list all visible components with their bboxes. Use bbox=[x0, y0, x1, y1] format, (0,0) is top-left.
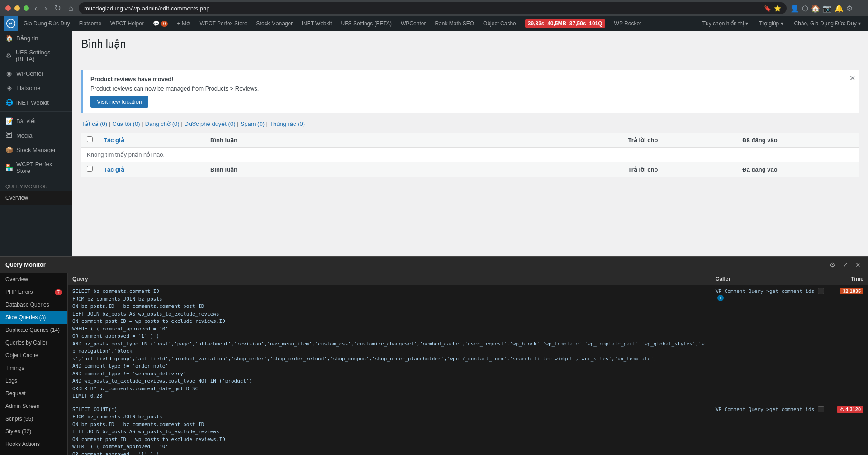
qm-nav-request-label: Request bbox=[5, 390, 26, 397]
adminbar-wpcenter[interactable]: WPCenter bbox=[397, 16, 429, 31]
adminbar-display-options[interactable]: Tùy chọn hiển thị ▾ bbox=[699, 16, 752, 31]
qm-nav-hooks-actions[interactable]: Hooks Actions bbox=[0, 438, 67, 450]
qm-external-btn[interactable]: ⤢ bbox=[841, 260, 850, 269]
select-all-checkbox[interactable] bbox=[87, 136, 93, 142]
adminbar-new[interactable]: + Mới bbox=[173, 16, 194, 31]
qm-section-header: Query Monitor bbox=[0, 182, 72, 191]
menu-separator-2 bbox=[0, 180, 72, 180]
filter-trash-link[interactable]: Thùng rác (0) bbox=[270, 120, 305, 127]
browser-toolbar-icons: 👤⬡🏠📷🔔⚙⋮ bbox=[790, 4, 863, 13]
sort-author-footer-link[interactable]: Tác giả bbox=[104, 166, 124, 173]
filter-mine: Của tôi (0) bbox=[112, 120, 143, 127]
sort-author-link[interactable]: Tác giả bbox=[104, 137, 124, 144]
qm-nav-scripts-label: Scripts (55) bbox=[5, 416, 33, 422]
filter-mine-link[interactable]: Của tôi (0) bbox=[112, 120, 140, 127]
adminbar-stock-manager[interactable]: Stock Manager bbox=[253, 16, 297, 31]
qm-nav-timings[interactable]: Timings bbox=[0, 362, 67, 374]
sidebar-item-flatsome[interactable]: ◈ Flatsome bbox=[0, 81, 72, 95]
qm-nav-request[interactable]: Request bbox=[0, 387, 67, 400]
adminbar-help[interactable]: Trợ giúp ▾ bbox=[755, 16, 787, 31]
sidebar-item-wpct[interactable]: 🏪 WCPT Perfex Store bbox=[0, 157, 72, 178]
main-content: Product reviews have moved! Product revi… bbox=[72, 61, 868, 177]
qm-query-2-expand-btn[interactable]: + bbox=[818, 406, 824, 412]
qm-query-1-time: 32,1835 bbox=[832, 285, 868, 403]
sidebar-item-media[interactable]: 🖼 Media bbox=[0, 128, 72, 143]
filter-all-link[interactable]: Tất cả (0) bbox=[81, 120, 107, 127]
adminbar-inet-webkit[interactable]: iNET Webkit bbox=[298, 16, 335, 31]
qm-query-1-expand-btn[interactable]: + bbox=[818, 288, 824, 294]
browser-close-btn[interactable] bbox=[5, 5, 11, 11]
address-bar[interactable]: muadogiadung.vn/wp-admin/edit-comments.p… bbox=[79, 2, 787, 14]
sidebar-item-ufs[interactable]: ⚙ UFS Settings (BETA) bbox=[0, 45, 72, 66]
qm-nav-timings-label: Timings bbox=[5, 365, 24, 371]
query-monitor-panel: Query Monitor ⚙ ⤢ ✕ Overview PHP Errors … bbox=[0, 256, 868, 455]
qm-query-row-2: SELECT COUNT(*) FROM bz_comments JOIN bz… bbox=[68, 403, 868, 455]
qm-col-time: Time bbox=[832, 273, 868, 285]
sidebar-item-label-dashboard: Bảng tin bbox=[16, 35, 38, 42]
adminbar-wpct-helper[interactable]: WPCT Helper bbox=[107, 16, 147, 31]
adminbar-wpct-perfex[interactable]: WPCT Perfex Store bbox=[196, 16, 251, 31]
select-all-footer-checkbox[interactable] bbox=[87, 166, 93, 172]
browser-forward-btn[interactable]: › bbox=[43, 4, 49, 13]
adminbar-site-name[interactable]: Gia Dụng Đức Duy bbox=[20, 16, 74, 31]
qm-nav-overview-label: Overview bbox=[5, 276, 28, 283]
browser-minimize-btn[interactable] bbox=[14, 5, 20, 11]
filter-pending-link[interactable]: Đang chờ (0) bbox=[145, 120, 180, 127]
table-header-checkbox bbox=[81, 133, 98, 148]
qm-nav-php-errors-badge: 7 bbox=[55, 289, 62, 295]
sidebar-item-qm-overview[interactable]: Overview bbox=[0, 191, 72, 205]
wp-logo[interactable] bbox=[4, 16, 18, 31]
notice-body: Product reviews can now be managed from … bbox=[90, 85, 852, 92]
qm-settings-btn[interactable]: ⚙ bbox=[828, 260, 837, 269]
adminbar-object-cache[interactable]: Object Cache bbox=[479, 16, 520, 31]
sidebar-item-inet[interactable]: 🌐 iNET Webkit bbox=[0, 95, 72, 110]
qm-nav-languages[interactable]: Languages bbox=[0, 450, 67, 455]
qm-nav-queries-by-caller[interactable]: Queries by Caller bbox=[0, 336, 67, 349]
sidebar-item-dashboard[interactable]: 🏠 Bảng tin bbox=[0, 31, 72, 45]
adminbar-perf[interactable]: 39,33s 40,5MB 37,59s 101Q bbox=[522, 16, 609, 31]
notice-close-button[interactable]: ✕ bbox=[849, 74, 855, 82]
qm-nav-styles[interactable]: Styles (32) bbox=[0, 425, 67, 438]
sidebar-item-stock[interactable]: 📦 Stock Manager bbox=[0, 143, 72, 157]
qm-nav-hooks-actions-label: Hooks Actions bbox=[5, 441, 40, 447]
browser-maximize-btn[interactable] bbox=[24, 5, 29, 11]
qm-col-caller: Caller bbox=[711, 273, 833, 285]
sidebar-item-posts[interactable]: 📝 Bài viết bbox=[0, 114, 72, 128]
qm-nav-scripts[interactable]: Scripts (55) bbox=[0, 412, 67, 425]
qm-nav-slow-queries[interactable]: Slow Queries (3) bbox=[0, 311, 67, 324]
filter-approved-link[interactable]: Được phê duyệt (0) bbox=[185, 120, 236, 127]
qm-nav-overview[interactable]: Overview bbox=[0, 273, 67, 286]
qm-nav-logs[interactable]: Logs bbox=[0, 374, 67, 387]
browser-home-btn[interactable]: ⌂ bbox=[66, 4, 75, 13]
browser-back-btn[interactable]: ‹ bbox=[33, 4, 39, 13]
comment-filters: Tất cả (0) Của tôi (0) Đang chờ (0) Được… bbox=[81, 120, 859, 127]
media-icon: 🖼 bbox=[5, 132, 13, 139]
adminbar-wp-rocket[interactable]: WP Rocket bbox=[611, 16, 645, 31]
qm-nav-object-cache[interactable]: Object Cache bbox=[0, 349, 67, 362]
ufs-icon: ⚙ bbox=[5, 52, 12, 59]
posts-icon: 📝 bbox=[5, 117, 13, 125]
sidebar-item-wpcenter[interactable]: ◉ WPCenter bbox=[0, 66, 72, 81]
qm-nav-db-queries-label: Database Queries bbox=[5, 302, 49, 308]
table-header-comment: Bình luận bbox=[205, 133, 623, 148]
browser-refresh-btn[interactable]: ↻ bbox=[52, 3, 63, 13]
filter-trash: Thùng rác (0) bbox=[270, 120, 305, 127]
qm-nav-db-queries[interactable]: Database Queries bbox=[0, 298, 67, 311]
visit-new-location-button[interactable]: Visit new location bbox=[90, 96, 148, 108]
adminbar-greeting[interactable]: Chào, Gia Dụng Đức Duy ▾ bbox=[791, 16, 864, 31]
filter-all: Tất cả (0) bbox=[81, 120, 110, 127]
sidebar-item-label-flatsome: Flatsome bbox=[16, 85, 40, 91]
qm-query-1-info-btn[interactable]: i bbox=[717, 295, 724, 301]
adminbar-ufs-settings[interactable]: UFS Settings (BETA) bbox=[337, 16, 395, 31]
adminbar-comments[interactable]: 💬 0 bbox=[149, 16, 172, 31]
qm-nav-duplicate-queries[interactable]: Duplicate Queries (14) bbox=[0, 324, 67, 336]
admin-bar: Gia Dụng Đức Duy Flatsome WPCT Helper 💬 … bbox=[0, 16, 868, 31]
address-bar-icons: 🔖⭐ bbox=[764, 5, 781, 12]
filter-spam-link[interactable]: Spam (0) bbox=[241, 120, 265, 127]
adminbar-rank-math[interactable]: Rank Math SEO bbox=[431, 16, 478, 31]
qm-nav-php-errors[interactable]: PHP Errors 7 bbox=[0, 286, 67, 298]
inet-icon: 🌐 bbox=[5, 99, 13, 106]
adminbar-flatsome[interactable]: Flatsome bbox=[76, 16, 105, 31]
qm-close-btn[interactable]: ✕ bbox=[854, 260, 863, 269]
qm-nav-admin-screen[interactable]: Admin Screen bbox=[0, 400, 67, 412]
